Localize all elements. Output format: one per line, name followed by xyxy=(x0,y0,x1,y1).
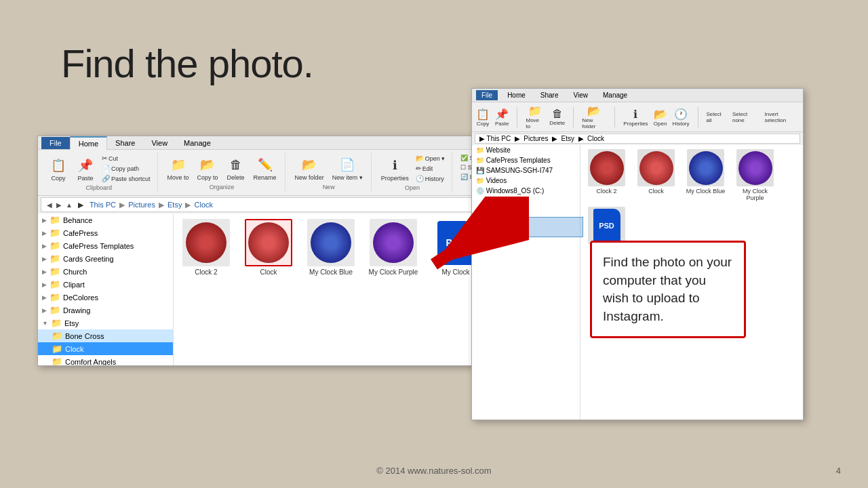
red-arrow xyxy=(407,197,529,278)
ribbon-tabs: File Home Share View Manage xyxy=(38,136,525,150)
slide-title: Find the photo. xyxy=(61,41,313,86)
sidebar: ▶ 📁 Behance ▶ 📁 CafePress ▶ 📁 CafePress … xyxy=(38,214,174,365)
ribbon-btn-copypath[interactable]: 📄 Copy path xyxy=(100,164,152,173)
ribbon-btn-copyto[interactable]: 📂 Copy to xyxy=(195,154,221,182)
ribbon-btn-newitem[interactable]: 📄 New item ▾ xyxy=(330,154,366,182)
nav-forward[interactable]: ▶ xyxy=(55,201,63,209)
svg-line-1 xyxy=(434,210,515,264)
bg-tab-manage[interactable]: Manage xyxy=(597,90,633,100)
bg-btn-history[interactable]: 🕐 History xyxy=(673,108,690,127)
bg-file-clock2[interactable]: Clock 2 xyxy=(585,149,629,201)
sidebar-label-cafepresst: CafePress Templates xyxy=(63,242,134,250)
sidebar-item-decolores[interactable]: ▶ 📁 DeColores xyxy=(38,291,173,304)
bg-btn-copy[interactable]: 📋 Copy xyxy=(476,108,490,127)
sidebar-item-clipart[interactable]: ▶ 📁 Clipart xyxy=(38,278,173,291)
sidebar-item-comfortangels[interactable]: 📁 Comfort Angels xyxy=(38,355,173,365)
sidebar-label-church: Church xyxy=(63,268,87,276)
bg-btn-selectnone[interactable]: Select none xyxy=(732,111,760,123)
file-label-clock2: Clock 2 xyxy=(195,268,217,276)
sidebar-item-cafepress[interactable]: ▶ 📁 CafePress xyxy=(38,226,173,239)
bg-btn-paste[interactable]: 📌 Paste xyxy=(495,108,509,127)
selection-box xyxy=(522,217,583,237)
ribbon-btn-history[interactable]: 🕐 History xyxy=(414,174,447,183)
file-item-clock2[interactable]: Clock 2 xyxy=(179,219,233,276)
file-label-clock: Clock xyxy=(260,268,277,276)
bg-btn-open[interactable]: 📂 Open xyxy=(654,108,667,127)
bg-btn-selectall[interactable]: Select all xyxy=(707,111,727,123)
file-item-myclockblue[interactable]: My Clock Blue xyxy=(304,219,358,276)
sidebar-label-etsy: Etsy xyxy=(64,319,79,327)
ribbon-btn-properties[interactable]: ℹ Properties xyxy=(378,155,412,183)
sidebar-label-cafepress: CafePress xyxy=(63,229,98,237)
bg-sidebar-item-cafepress[interactable]: 📁 CafePress Templates xyxy=(472,155,580,165)
bg-tab-share[interactable]: Share xyxy=(535,90,564,100)
bg-btn-move[interactable]: 📁 Move to xyxy=(526,104,544,129)
ribbon-btn-cut[interactable]: ✂ Cut xyxy=(100,154,152,163)
bg-address-bar[interactable]: ▶ This PC ▶ Pictures ▶ Etsy ▶ Clock xyxy=(475,134,800,144)
ribbon-btn-moveto[interactable]: 📁 Move to xyxy=(165,154,192,182)
sidebar-label-bonecross: Bone Cross xyxy=(65,332,104,340)
crumb-etsy[interactable]: Etsy xyxy=(167,201,182,209)
sidebar-label-clock: Clock xyxy=(65,345,84,353)
ribbon-group-new: 📂 New folder 📄 New item ▾ New xyxy=(290,152,372,192)
tab-share[interactable]: Share xyxy=(107,137,143,149)
crumb-clock[interactable]: Clock xyxy=(195,201,214,209)
sidebar-item-bonecross[interactable]: 📁 Bone Cross xyxy=(38,329,173,342)
sidebar-label-behance: Behance xyxy=(63,216,92,224)
bg-sidebar-item-videos[interactable]: 📁 Videos xyxy=(472,176,580,186)
bg-sidebar-item-website[interactable]: 📁 Website xyxy=(472,145,580,155)
sidebar-item-clock[interactable]: 📁 Clock xyxy=(38,342,173,355)
sidebar-item-church[interactable]: ▶ 📁 Church xyxy=(38,265,173,278)
ribbon-group-clipboard: 📋 Copy 📌 Paste ✂ Cut 📄 Cop xyxy=(43,152,158,192)
bg-sidebar-item-samsung[interactable]: 💾 SAMSUNG-SGH-I747 xyxy=(472,165,580,176)
ribbon-btn-paste[interactable]: 📌 Paste xyxy=(73,155,98,183)
ribbon-btn-edit[interactable]: ✏ Edit xyxy=(414,164,447,173)
sidebar-label-comfortangels: Comfort Angels xyxy=(65,358,116,366)
tab-file[interactable]: File xyxy=(41,137,70,149)
bg-btn-newfolder[interactable]: 📂 New folder xyxy=(582,104,606,129)
nav-up[interactable]: ▲ xyxy=(64,201,74,209)
info-box-text: Find the photo on your computer that you… xyxy=(603,253,733,325)
sidebar-item-drawing[interactable]: ▶ 📁 Drawing xyxy=(38,304,173,317)
bg-file-myclockblue[interactable]: My Clock Blue xyxy=(684,149,728,201)
ribbon-btn-copy[interactable]: 📋 Copy xyxy=(46,155,71,183)
crumb-pictures[interactable]: Pictures xyxy=(128,201,155,209)
ribbon: File Home Share View Manage 📋 Copy 📌 xyxy=(38,136,525,196)
bg-file-myclockpurple[interactable]: My Clock Purple xyxy=(733,149,777,201)
ribbon-btn-newfolder[interactable]: 📂 New folder xyxy=(292,154,327,182)
sidebar-item-etsy[interactable]: ▼ 📁 Etsy xyxy=(38,317,173,329)
crumb-thispc[interactable]: This PC xyxy=(90,201,116,209)
file-item-clock[interactable]: Clock xyxy=(241,219,296,276)
info-box: Find the photo on your computer that you… xyxy=(590,241,746,338)
bg-ribbon-content: 📋 Copy 📌 Paste 📁 Move to 🗑 Delete 📂 New … xyxy=(472,102,803,132)
sidebar-item-behance[interactable]: ▶ 📁 Behance xyxy=(38,214,173,226)
slide: Find the photo. File Home Share View Man… xyxy=(0,0,868,488)
file-label-myclockblue: My Clock Blue xyxy=(309,268,353,276)
bg-tab-view[interactable]: View xyxy=(568,90,594,100)
bg-file-clock[interactable]: Clock xyxy=(634,149,678,201)
tab-home[interactable]: Home xyxy=(70,136,107,150)
nav-back[interactable]: ◀ xyxy=(45,201,54,209)
ribbon-group-open: ℹ Properties 📂 Open ▾ ✏ Edit 🕐 Hist xyxy=(376,152,453,192)
bg-ribbon-tabs: File Home Share View Manage xyxy=(472,89,803,102)
sidebar-label-drawing: Drawing xyxy=(63,306,90,314)
ribbon-btn-rename[interactable]: ✏️ Rename xyxy=(251,154,279,182)
bg-tab-home[interactable]: Home xyxy=(502,90,531,100)
ribbon-btn-open[interactable]: 📂 Open ▾ xyxy=(414,154,447,163)
sidebar-label-clipart: Clipart xyxy=(63,281,85,289)
tab-manage[interactable]: Manage xyxy=(176,137,219,149)
bg-tab-file[interactable]: File xyxy=(476,90,498,100)
ribbon-group-organize: 📁 Move to 📂 Copy to 🗑 Delete ✏️ xyxy=(162,152,285,192)
tab-view[interactable]: View xyxy=(143,137,176,149)
sidebar-label-decolores: DeColores xyxy=(63,293,98,302)
ribbon-btn-pasteshortcut[interactable]: 🔗 Paste shortcut xyxy=(100,174,152,183)
bg-btn-invertsel[interactable]: Invert selection xyxy=(765,111,799,123)
sidebar-label-cards: Cards Greeting xyxy=(63,255,114,263)
bg-sidebar-item-windows[interactable]: 💿 Windows8_OS (C:) xyxy=(472,186,580,196)
sidebar-item-cards[interactable]: ▶ 📁 Cards Greeting xyxy=(38,252,173,265)
bg-btn-properties[interactable]: ℹ Properties xyxy=(623,108,648,127)
sidebar-item-cafepresst[interactable]: ▶ 📁 CafePress Templates xyxy=(38,239,173,252)
bg-btn-delete[interactable]: 🗑 Delete xyxy=(549,108,565,126)
ribbon-btn-delete[interactable]: 🗑 Delete xyxy=(224,154,248,182)
address-path: ▶ This PC ▶ Pictures ▶ Etsy ▶ Clock xyxy=(78,201,213,209)
